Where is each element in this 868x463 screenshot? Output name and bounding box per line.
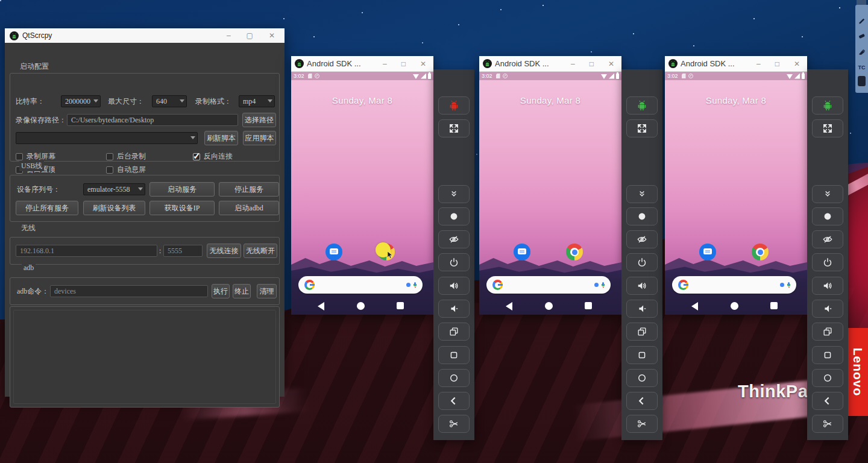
get-device-ip-button[interactable]: 获取设备IP bbox=[149, 201, 215, 215]
screenshot-button[interactable] bbox=[812, 415, 843, 433]
group-control-button[interactable] bbox=[812, 96, 843, 115]
wireless-ip-input[interactable]: 192.168.0.1 bbox=[16, 245, 157, 257]
nav-home-button[interactable] bbox=[357, 302, 365, 310]
device-serial-combo[interactable]: emulator-5558 bbox=[83, 183, 145, 195]
refresh-device-list-button[interactable]: 刷新设备列表 bbox=[83, 201, 145, 215]
screen-off-button[interactable] bbox=[812, 230, 843, 248]
volume-up-button[interactable] bbox=[812, 277, 843, 295]
wireless-connect-button[interactable]: 无线连接 bbox=[207, 244, 241, 258]
power-button[interactable] bbox=[626, 253, 658, 271]
touch-dot-button[interactable] bbox=[438, 207, 470, 225]
menu-button[interactable] bbox=[438, 346, 470, 364]
start-service-button[interactable]: 启动服务 bbox=[149, 182, 215, 197]
save-path-input[interactable]: C:/Users/bytedance/Desktop bbox=[67, 114, 238, 126]
volume-up-button[interactable] bbox=[438, 277, 470, 295]
expand-collapse-button[interactable] bbox=[812, 185, 843, 203]
phone-screen[interactable]: 3:02 Sunday, Mar 8 bbox=[291, 72, 433, 315]
expand-collapse-button[interactable] bbox=[626, 185, 658, 203]
phone-screen[interactable]: 3:02 Sunday, Mar 8 bbox=[479, 72, 621, 315]
nav-recents-button[interactable] bbox=[397, 302, 404, 309]
terminate-button[interactable]: 终止 bbox=[233, 284, 251, 298]
wireless-port-input[interactable]: 5555 bbox=[163, 245, 203, 257]
marker-icon[interactable] bbox=[857, 47, 866, 56]
minimize-button[interactable]: – bbox=[756, 60, 761, 68]
close-button[interactable]: ✕ bbox=[794, 60, 800, 68]
back-button[interactable] bbox=[812, 392, 843, 410]
home-button[interactable] bbox=[626, 369, 658, 387]
messages-app-icon[interactable] bbox=[326, 244, 342, 260]
fullscreen-button[interactable] bbox=[626, 119, 658, 137]
screen-off-button[interactable] bbox=[438, 230, 470, 248]
screenshot-button[interactable] bbox=[438, 415, 470, 433]
record-format-combo[interactable]: mp4 bbox=[239, 95, 275, 107]
group-control-button[interactable] bbox=[438, 96, 470, 115]
minimize-button[interactable]: – bbox=[571, 60, 575, 68]
screen-off-button[interactable] bbox=[626, 230, 658, 248]
nav-back-button[interactable] bbox=[506, 302, 512, 310]
volume-down-button[interactable] bbox=[812, 300, 843, 318]
background-record-checkbox[interactable]: 后台录制 bbox=[106, 151, 146, 162]
volume-up-button[interactable] bbox=[626, 277, 658, 295]
nav-home-button[interactable] bbox=[545, 302, 553, 310]
maximize-button[interactable]: □ bbox=[401, 60, 406, 68]
fullscreen-button[interactable] bbox=[438, 119, 470, 137]
minimize-button[interactable]: – bbox=[227, 31, 231, 40]
home-button[interactable] bbox=[812, 369, 843, 387]
power-button[interactable] bbox=[438, 253, 470, 271]
menu-button[interactable] bbox=[812, 346, 843, 364]
checkbox-icon[interactable] bbox=[106, 153, 113, 160]
stop-service-button[interactable]: 停止服务 bbox=[219, 182, 279, 197]
adb-cmd-input[interactable]: devices bbox=[50, 285, 208, 297]
choose-path-button[interactable]: 选择路径 bbox=[242, 113, 276, 127]
mic-icon[interactable] bbox=[414, 282, 417, 288]
touch-dot-button[interactable] bbox=[812, 207, 843, 225]
group-control-button[interactable] bbox=[626, 96, 658, 115]
app-switch-button[interactable] bbox=[626, 323, 658, 341]
chrome-app-icon[interactable] bbox=[752, 244, 769, 260]
screenshot-button[interactable] bbox=[626, 415, 658, 433]
google-search-bar[interactable] bbox=[486, 276, 611, 294]
google-search-bar[interactable] bbox=[672, 276, 796, 294]
checkbox-icon[interactable] bbox=[193, 153, 200, 160]
mic-icon[interactable] bbox=[787, 282, 790, 288]
max-size-combo[interactable]: 640 bbox=[152, 95, 187, 107]
nav-back-button[interactable] bbox=[318, 302, 324, 310]
log-output-area[interactable] bbox=[10, 306, 280, 408]
messages-app-icon[interactable] bbox=[514, 244, 530, 260]
script-combo[interactable] bbox=[16, 132, 198, 144]
close-button[interactable]: ✕ bbox=[608, 60, 614, 68]
maximize-button[interactable]: □ bbox=[775, 60, 779, 68]
chrome-app-icon[interactable] bbox=[566, 244, 583, 260]
phone-screen[interactable]: 3:02 Sunday, Mar 8 bbox=[665, 72, 807, 315]
start-adbd-button[interactable]: 启动adbd bbox=[219, 201, 279, 215]
close-button[interactable]: ✕ bbox=[269, 31, 275, 40]
app-switch-button[interactable] bbox=[438, 323, 470, 341]
color-swatch[interactable] bbox=[858, 76, 866, 86]
volume-down-button[interactable] bbox=[438, 300, 470, 318]
nav-recents-button[interactable] bbox=[585, 302, 592, 309]
expand-collapse-button[interactable] bbox=[438, 185, 470, 203]
maximize-button[interactable]: ▢ bbox=[247, 31, 253, 40]
reverse-connect-checkbox[interactable]: 反向连接 bbox=[193, 151, 233, 162]
auto-screen-off-checkbox[interactable]: 自动息屏 bbox=[106, 165, 146, 175]
back-button[interactable] bbox=[626, 392, 658, 410]
bitrate-combo[interactable]: 2000000 bbox=[61, 95, 101, 107]
checkbox-icon[interactable] bbox=[106, 166, 113, 174]
maximize-button[interactable]: □ bbox=[590, 60, 594, 68]
text-size-label[interactable]: TC bbox=[857, 63, 866, 72]
google-search-bar[interactable] bbox=[298, 276, 423, 294]
menu-button[interactable] bbox=[626, 346, 658, 364]
touch-dot-button[interactable] bbox=[626, 207, 658, 225]
refresh-script-button[interactable]: 刷新脚本 bbox=[204, 131, 238, 145]
nav-home-button[interactable] bbox=[731, 302, 738, 310]
power-button[interactable] bbox=[812, 253, 843, 271]
nav-recents-button[interactable] bbox=[770, 302, 778, 309]
execute-button[interactable]: 执行 bbox=[212, 284, 230, 298]
apply-script-button[interactable]: 应用脚本 bbox=[243, 131, 276, 145]
close-button[interactable]: ✕ bbox=[420, 60, 426, 68]
checkbox-icon[interactable] bbox=[16, 153, 23, 160]
pen-icon[interactable] bbox=[857, 16, 866, 25]
messages-app-icon[interactable] bbox=[699, 244, 716, 260]
stop-all-services-button[interactable]: 停止所有服务 bbox=[16, 201, 78, 215]
back-button[interactable] bbox=[438, 392, 470, 410]
